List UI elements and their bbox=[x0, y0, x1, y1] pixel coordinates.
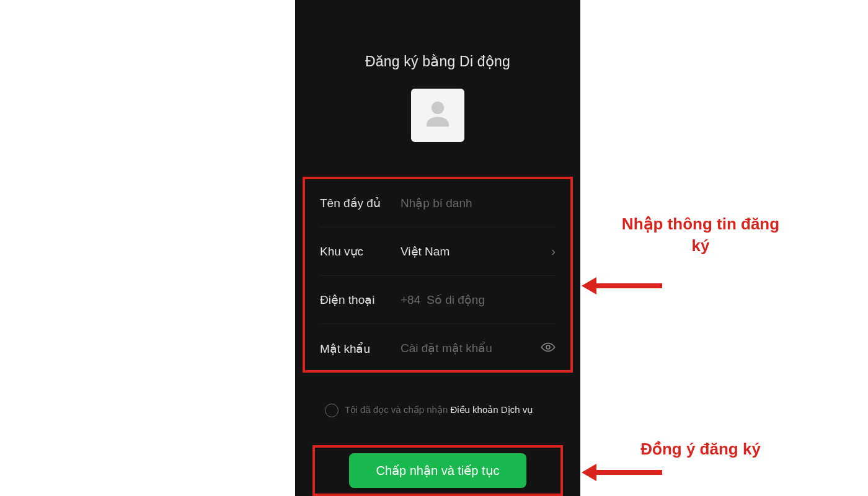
region-value: Việt Nam bbox=[401, 244, 545, 259]
registration-form-highlight: Tên đầy đủ Khu vực Việt Nam › Điện thoại… bbox=[303, 177, 573, 373]
callout-submit: Đồng ý đăng ký bbox=[620, 438, 781, 460]
full-name-label: Tên đầy đủ bbox=[320, 196, 401, 210]
avatar-upload[interactable] bbox=[411, 89, 464, 142]
chevron-right-icon: › bbox=[545, 244, 556, 259]
submit-highlight: Chấp nhận và tiếp tục bbox=[312, 445, 563, 496]
callout-form: Nhập thông tin đăng ký bbox=[620, 213, 781, 257]
terms-radio-icon[interactable] bbox=[325, 404, 339, 417]
region-label: Khu vực bbox=[320, 244, 401, 259]
terms-prefix: Tôi đã đọc và chấp nhận bbox=[345, 404, 450, 415]
password-input[interactable] bbox=[401, 342, 534, 355]
full-name-row: Tên đầy đủ bbox=[320, 179, 556, 228]
accept-continue-button[interactable]: Chấp nhận và tiếp tục bbox=[349, 453, 526, 488]
phone-input[interactable] bbox=[427, 293, 556, 307]
eye-icon[interactable] bbox=[534, 340, 556, 358]
password-label: Mật khẩu bbox=[320, 342, 401, 356]
terms-row[interactable]: Tôi đã đọc và chấp nhận Điều khoản Dịch … bbox=[325, 403, 562, 417]
terms-link[interactable]: Điều khoản Dịch vụ bbox=[450, 404, 533, 415]
phone-prefix: +84 bbox=[401, 293, 420, 307]
page-title: Đăng ký bằng Di động bbox=[295, 53, 580, 70]
svg-point-0 bbox=[546, 345, 550, 349]
phone-label: Điện thoại bbox=[320, 293, 401, 307]
arrow-form bbox=[582, 277, 662, 294]
phone-screen: Đăng ký bằng Di động Tên đầy đủ Khu vực … bbox=[295, 0, 580, 496]
full-name-input[interactable] bbox=[401, 197, 556, 210]
person-silhouette-icon bbox=[421, 97, 454, 133]
password-row: Mật khẩu bbox=[320, 324, 556, 373]
region-row[interactable]: Khu vực Việt Nam › bbox=[320, 228, 556, 276]
arrow-submit bbox=[582, 464, 662, 481]
phone-row: Điện thoại +84 bbox=[320, 276, 556, 324]
terms-text: Tôi đã đọc và chấp nhận Điều khoản Dịch … bbox=[345, 403, 533, 417]
